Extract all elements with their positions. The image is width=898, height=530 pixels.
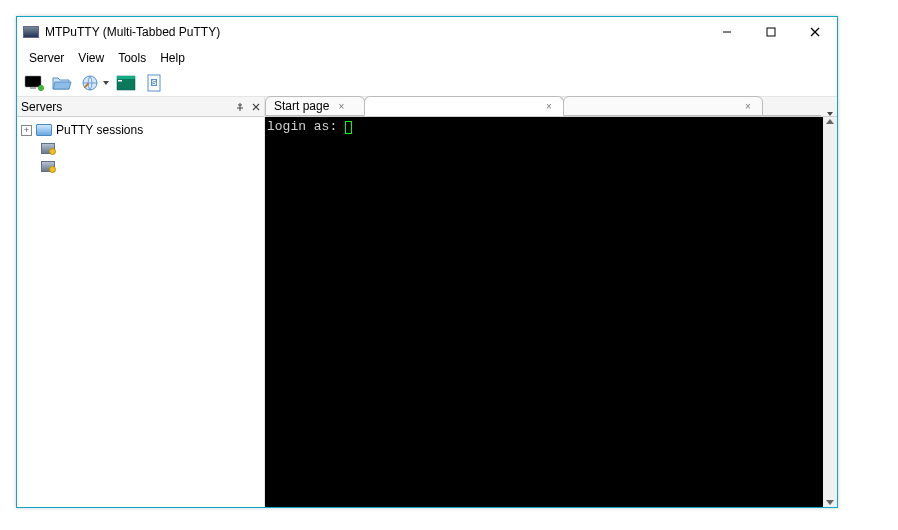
- tab-close-icon[interactable]: ×: [543, 101, 555, 112]
- terminal-window-button[interactable]: [115, 72, 137, 94]
- tab-close-icon[interactable]: ×: [335, 101, 347, 112]
- tree-node-putty-sessions[interactable]: + PuTTY sessions: [21, 121, 260, 139]
- tab-start-page[interactable]: Start page ×: [265, 96, 365, 116]
- maximize-button[interactable]: [749, 17, 793, 47]
- open-button[interactable]: [51, 72, 73, 94]
- tree-session-item[interactable]: [21, 139, 260, 157]
- terminal-wrap: login as:: [265, 117, 837, 507]
- tab-overflow-button[interactable]: [821, 112, 837, 116]
- title-bar: MTPuTTY (Multi-Tabbed PuTTY): [17, 17, 837, 47]
- scroll-up-icon[interactable]: [826, 119, 834, 124]
- window-title: MTPuTTY (Multi-Tabbed PuTTY): [45, 25, 220, 39]
- svg-rect-10: [118, 80, 122, 82]
- terminal-prompt: login as:: [267, 119, 345, 134]
- svg-text:S: S: [152, 79, 157, 86]
- pin-icon[interactable]: [232, 99, 248, 115]
- new-connection-button[interactable]: [23, 72, 45, 94]
- folder-icon: [36, 124, 52, 136]
- terminal-scrollbar[interactable]: [823, 117, 837, 507]
- tab-session-1[interactable]: ×: [364, 96, 564, 116]
- server-tree[interactable]: + PuTTY sessions: [17, 117, 264, 507]
- svg-rect-4: [25, 76, 41, 87]
- body: Servers + PuTTY sessions: [17, 97, 837, 507]
- toolbar: S: [17, 69, 837, 97]
- script-button[interactable]: S: [143, 72, 165, 94]
- tab-session-2[interactable]: ×: [563, 96, 763, 116]
- main-window: MTPuTTY (Multi-Tabbed PuTTY) Server View…: [16, 16, 838, 508]
- menu-view[interactable]: View: [72, 49, 110, 67]
- svg-rect-1: [767, 28, 775, 36]
- app-icon: [23, 26, 39, 38]
- globe-dropdown[interactable]: [79, 72, 109, 94]
- svg-rect-5: [30, 87, 36, 89]
- menu-bar: Server View Tools Help: [17, 47, 837, 69]
- menu-help[interactable]: Help: [154, 49, 191, 67]
- tree-node-label: PuTTY sessions: [56, 123, 143, 137]
- chevron-down-icon: [103, 81, 109, 85]
- menu-tools[interactable]: Tools: [112, 49, 152, 67]
- tab-label: Start page: [274, 99, 329, 113]
- svg-point-6: [38, 85, 44, 91]
- close-button[interactable]: [793, 17, 837, 47]
- terminal[interactable]: login as:: [265, 117, 823, 507]
- globe-icon: [79, 72, 101, 94]
- terminal-cursor: [345, 121, 352, 134]
- servers-pane-header: Servers: [17, 97, 264, 117]
- tab-close-icon[interactable]: ×: [742, 101, 754, 112]
- tab-strip: Start page × × ×: [265, 97, 837, 117]
- minimize-button[interactable]: [705, 17, 749, 47]
- session-icon: [41, 161, 55, 172]
- tree-expander-icon[interactable]: +: [21, 125, 32, 136]
- session-icon: [41, 143, 55, 154]
- menu-server[interactable]: Server: [23, 49, 70, 67]
- tree-session-item[interactable]: [21, 157, 260, 175]
- chevron-down-icon: [827, 112, 833, 116]
- svg-rect-9: [117, 76, 135, 79]
- scroll-down-icon[interactable]: [826, 500, 834, 505]
- servers-pane: Servers + PuTTY sessions: [17, 97, 265, 507]
- content-area: Start page × × × logi: [265, 97, 837, 507]
- servers-pane-title: Servers: [21, 100, 62, 114]
- close-pane-icon[interactable]: [248, 99, 264, 115]
